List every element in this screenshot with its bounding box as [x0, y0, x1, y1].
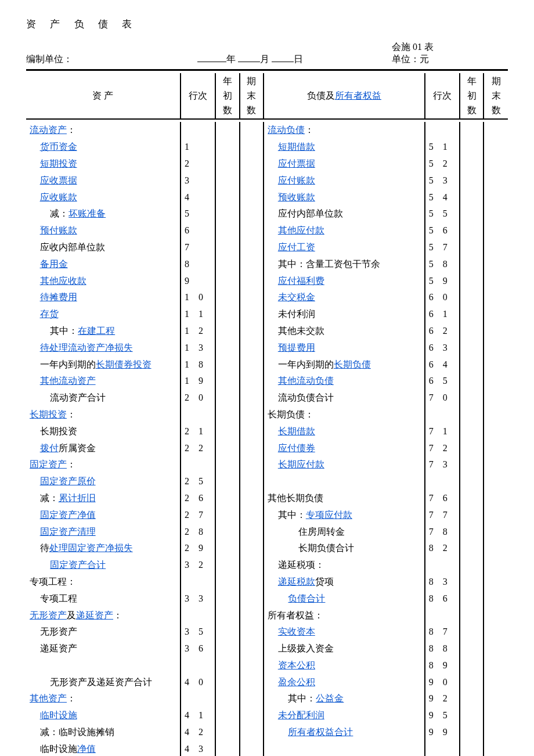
table-row: 无形资产及递延资产：所有者权益： [26, 607, 508, 624]
term-link[interactable]: 未分配利润 [278, 710, 324, 720]
term-link[interactable]: 其他应收款 [40, 276, 86, 286]
col-asset: 资 产 [92, 91, 113, 100]
year-begin-left [215, 306, 240, 323]
year-begin-right [460, 256, 484, 273]
term-link[interactable]: 长期债券投资 [96, 359, 151, 369]
year-begin-right [460, 640, 484, 657]
term-link[interactable]: 处理固定资产净损失 [49, 543, 133, 553]
year-begin-right [460, 206, 484, 222]
term-link[interactable]: 长期借款 [278, 426, 315, 436]
term-link[interactable]: 存货 [40, 309, 59, 319]
term-link[interactable]: 其他资产 [30, 693, 67, 703]
year-begin-left [215, 390, 240, 406]
table-row: 预付账款6其他应付款5 6 [26, 222, 508, 239]
period-end-left [240, 657, 264, 674]
term-link[interactable]: 应付账款 [278, 175, 315, 185]
term-link[interactable]: 递延税款 [278, 577, 315, 586]
term-link[interactable]: 递延资产 [76, 610, 113, 620]
term-link[interactable]: 短期借款 [278, 142, 315, 152]
term-link[interactable]: 应付福利费 [278, 276, 324, 286]
year-begin-left [215, 473, 240, 490]
table-row: 应收票据3应付账款5 3 [26, 172, 508, 189]
row-num-left: 9 [181, 273, 215, 290]
period-end-right [484, 222, 508, 239]
row-num-right: 7 1 [425, 423, 460, 440]
term-link[interactable]: 固定资产清理 [40, 527, 96, 537]
term-link[interactable]: 盈余公积 [278, 677, 315, 687]
liab-cell: 其中：公益金 [264, 690, 424, 707]
liab-cell: 递延税款贷项 [264, 574, 424, 591]
term-link[interactable]: 流动资产 [30, 125, 67, 135]
period-end-left [240, 473, 264, 490]
owners-equity-link[interactable]: 所有者权益 [335, 91, 381, 100]
term-link[interactable]: 固定资产净值 [40, 510, 96, 520]
year-begin-right [460, 139, 484, 156]
period-end-left [240, 357, 264, 373]
term-link[interactable]: 长期应付款 [278, 459, 324, 469]
term-link[interactable]: 在建工程 [78, 326, 115, 336]
term-link[interactable]: 无形资产 [30, 610, 67, 620]
term-link[interactable]: 坏账准备 [68, 208, 106, 218]
year-begin-left [215, 707, 240, 724]
term-link[interactable]: 长期负债 [334, 359, 371, 369]
liab-cell: 上级拨入资金 [264, 640, 424, 657]
row-num-right: 9 2 [425, 690, 460, 707]
period-end-left [240, 591, 264, 607]
table-row: 递延资产3 6上级拨入资金8 8 [26, 640, 508, 657]
term-link[interactable]: 未交税金 [278, 292, 315, 302]
term-link[interactable]: 应付票据 [278, 159, 315, 168]
term-link[interactable]: 流动负债 [268, 125, 305, 135]
period-end-right [484, 139, 508, 156]
row-num-right: 7 3 [425, 456, 460, 473]
table-row: 临时设施4 1未分配利润9 5 [26, 707, 508, 724]
table-row: 待处理流动资产净损失1 3预提费用6 3 [26, 340, 508, 357]
asset-cell: 预付账款 [26, 222, 181, 239]
term-link[interactable]: 应付债券 [278, 443, 315, 453]
term-link[interactable]: 净值 [77, 744, 96, 754]
term-link[interactable]: 公益金 [316, 693, 344, 703]
term-link[interactable]: 应收账款 [40, 192, 77, 202]
term-link[interactable]: 货币资金 [40, 142, 77, 152]
row-num-right: 5 8 [425, 256, 460, 273]
term-link[interactable]: 累计折旧 [59, 493, 96, 503]
term-link[interactable]: 其他流动负债 [278, 376, 334, 386]
term-link[interactable]: 预付账款 [40, 225, 77, 235]
period-end-left [240, 139, 264, 156]
term-link[interactable]: 预提费用 [278, 343, 315, 352]
term-link[interactable]: 预收账款 [278, 192, 315, 202]
term-link[interactable]: 应收票据 [40, 175, 77, 185]
term-link[interactable]: 待处理流动资产净损失 [40, 343, 133, 352]
period-end-right [484, 473, 508, 490]
asset-cell: 专项工程 [26, 591, 181, 607]
term-link[interactable]: 应付工资 [278, 242, 315, 252]
term-link[interactable]: 固定资产 [30, 459, 67, 469]
year-begin-right [460, 507, 484, 524]
period-end-right [484, 406, 508, 423]
row-num-right [425, 122, 460, 139]
term-link[interactable]: 其他应付款 [278, 225, 324, 235]
term-link[interactable]: 备用金 [40, 259, 68, 269]
term-link[interactable]: 实收资本 [278, 627, 315, 636]
year-begin-left [215, 273, 240, 290]
term-link[interactable]: 待摊费用 [40, 292, 77, 302]
period-end-right [484, 690, 508, 707]
asset-cell: 流动资产： [26, 122, 181, 139]
year-begin-right [460, 440, 484, 457]
term-link[interactable]: 所有者权益合计 [288, 727, 353, 737]
term-link[interactable]: 临时设施 [40, 710, 77, 720]
term-link[interactable]: 负债合计 [288, 593, 325, 603]
period-end-right [484, 524, 508, 541]
term-link[interactable]: 固定资产合计 [50, 560, 106, 570]
term-link[interactable]: 专项应付款 [306, 510, 352, 520]
term-link[interactable]: 资本公积 [278, 660, 315, 670]
term-link[interactable]: 拨付 [40, 443, 59, 453]
term-link[interactable]: 固定资产原价 [40, 476, 96, 486]
term-link[interactable]: 长期投资 [30, 409, 67, 419]
row-num-right: 5 9 [425, 273, 460, 290]
asset-cell: 流动资产合计 [26, 390, 181, 406]
term-link[interactable]: 短期投资 [40, 159, 77, 168]
row-num-right [425, 473, 460, 490]
term-link[interactable]: 其他流动资产 [40, 376, 96, 386]
asset-cell: 应收票据 [26, 172, 181, 189]
period-end-left [240, 273, 264, 290]
